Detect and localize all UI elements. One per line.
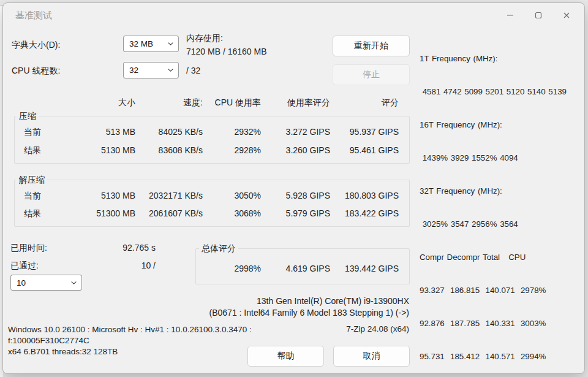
- restart-button[interactable]: 重新开始: [333, 36, 410, 56]
- chevron-down-icon: [70, 280, 77, 286]
- memory-usage-value: 7120 MB / 16160 MB: [186, 47, 267, 56]
- usage-rating-value: 3.260 GIPS: [262, 145, 330, 155]
- chevron-down-icon: [167, 40, 174, 47]
- window-controls: [496, 3, 581, 28]
- compression-group-label: 压缩: [17, 111, 39, 122]
- column-header-cpu-usage: CPU 使用率: [204, 97, 261, 109]
- maximize-button[interactable]: [524, 3, 552, 28]
- elapsed-time-label: 已用时间:: [10, 243, 47, 254]
- usage-rating-value: 5.979 GIPS: [262, 208, 330, 218]
- cpu-threads-value: 32: [129, 66, 138, 75]
- rating-value: 180.803 GIPS: [331, 191, 399, 200]
- total-rating-group-label: 总体评分: [199, 243, 238, 254]
- stop-button[interactable]: 停止: [333, 64, 410, 85]
- column-header-speed: 速度:: [137, 97, 203, 109]
- freq-line: 95.731 185.412 140.571 2994%: [420, 351, 584, 362]
- dictionary-size-combo[interactable]: 32 MB: [123, 36, 179, 52]
- cpu-threads-total: / 32: [186, 66, 200, 75]
- cpu-details: (B0671 : Intel64 Family 6 Model 183 Step…: [3, 307, 409, 319]
- dictionary-size-value: 32 MB: [129, 39, 153, 48]
- total-rating-value: 139.442 GIPS: [331, 264, 399, 273]
- dictionary-size-label: 字典大小(D):: [12, 40, 60, 51]
- freq-line: 92.876 187.785 140.331 3003%: [420, 318, 584, 329]
- usage-rating-value: 3.272 GIPS: [262, 127, 330, 137]
- close-button[interactable]: [552, 3, 581, 28]
- decompression-group-label: 解压缩: [17, 175, 47, 186]
- close-icon: [563, 12, 570, 19]
- table-header-row: 大小 速度: CPU 使用率 使用率评分 评分: [3, 97, 420, 109]
- usage-rating-value: 5.928 GIPS: [262, 191, 330, 200]
- elapsed-time-value: 92.765 s: [67, 243, 156, 253]
- row-label: 结果: [24, 145, 41, 156]
- rating-value: 183.422 GIPS: [331, 208, 399, 218]
- system-info-line: f:100005F310C2774C: [8, 335, 252, 346]
- row-label: 当前: [24, 127, 41, 138]
- app-version: 7-Zip 24.08 (x64): [3, 324, 409, 333]
- total-rating-row: 2998% 4.619 GIPS 139.442 GIPS: [3, 264, 420, 275]
- decompression-group: [14, 180, 410, 227]
- column-header-rating: 评分: [331, 97, 399, 109]
- speed-value: 84025 KB/s: [137, 127, 203, 137]
- system-info-line: x64 6.B701 threads:32 128TB: [8, 346, 252, 357]
- freq-line: 93.327 186.815 140.071 2978%: [420, 285, 584, 296]
- cancel-button[interactable]: 取消: [333, 346, 410, 367]
- table-row: 结果 5130 MB 83608 KB/s 2928% 3.260 GIPS 9…: [3, 145, 420, 156]
- rating-value: 95.461 GIPS: [331, 145, 399, 155]
- cpu-usage-value: 2928%: [204, 145, 261, 155]
- column-header-size: 大小: [67, 97, 135, 109]
- cpu-info: 13th Gen Intel(R) Core(TM) i9-13900HX (B…: [3, 295, 409, 319]
- freq-line: 1T Frequency (MHz):: [420, 53, 584, 64]
- table-row: 当前 5130 MB 2032171 KB/s 3050% 5.928 GIPS…: [3, 191, 420, 202]
- compression-group: [14, 116, 410, 164]
- cpu-usage-value: 2932%: [204, 127, 261, 137]
- size-value: 513 MB: [67, 127, 135, 137]
- freq-line: Compr Decompr Total CPU: [420, 252, 584, 263]
- minimize-button[interactable]: [496, 3, 524, 28]
- speed-value: 2061607 KB/s: [137, 208, 203, 218]
- passes-combo-value: 10: [17, 278, 26, 288]
- rating-value: 95.937 GIPS: [331, 127, 399, 137]
- row-label: 当前: [24, 191, 41, 202]
- cpu-threads-combo[interactable]: 32: [123, 62, 179, 78]
- freq-line: 4581 4742 5099 5201 5120 5140 5139: [420, 86, 584, 97]
- total-usage-rating-value: 4.619 GIPS: [262, 264, 330, 273]
- page-title: 基准测试: [15, 10, 52, 21]
- chevron-down-icon: [167, 67, 174, 74]
- speed-value: 83608 KB/s: [137, 145, 203, 155]
- passes-combo[interactable]: 10: [10, 275, 82, 291]
- frequency-results-panel: 1T Frequency (MHz): 4581 4742 5099 5201 …: [420, 31, 584, 374]
- size-value: 5130 MB: [67, 191, 135, 200]
- cpu-usage-value: 3068%: [204, 208, 261, 218]
- cpu-name: 13th Gen Intel(R) Core(TM) i9-13900HX: [3, 295, 409, 307]
- column-header-usage-rating: 使用率评分: [262, 97, 330, 109]
- freq-line: 32T Frequency (MHz):: [420, 186, 584, 197]
- minimize-icon: [507, 12, 514, 19]
- cpu-usage-value: 3050%: [204, 191, 261, 200]
- freq-line: 3025% 3547 2956% 3564: [420, 219, 584, 230]
- freq-line: 1439% 3929 1552% 4094: [420, 153, 584, 164]
- total-cpu-usage-value: 2998%: [204, 264, 261, 273]
- freq-line: 16T Frequency (MHz):: [420, 120, 584, 131]
- cpu-threads-label: CPU 线程数:: [12, 66, 60, 77]
- speed-value: 2032171 KB/s: [137, 191, 203, 200]
- table-row: 结果 51300 MB 2061607 KB/s 3068% 5.979 GIP…: [3, 208, 420, 219]
- size-value: 5130 MB: [67, 145, 135, 155]
- memory-usage-label: 内存使用:: [186, 33, 223, 44]
- benchmark-dialog: 基准测试 字典大小(D): 32 MB 内存使用: 7120 MB / 1616…: [2, 2, 585, 374]
- maximize-icon: [535, 12, 542, 19]
- row-label: 结果: [24, 208, 41, 219]
- size-value: 51300 MB: [67, 208, 135, 218]
- table-row: 当前 513 MB 84025 KB/s 2932% 3.272 GIPS 95…: [3, 127, 420, 138]
- help-button[interactable]: 帮助: [247, 346, 324, 367]
